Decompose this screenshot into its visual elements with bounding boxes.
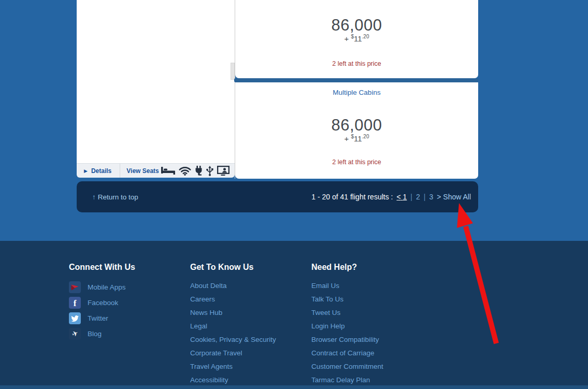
footer-link-talk-to-us[interactable]: Talk To Us [311, 293, 431, 306]
wifi-icon [179, 166, 191, 176]
divider [120, 164, 120, 178]
footer-heading: Connect With Us [69, 263, 188, 272]
footer-link-twitter[interactable]: Twitter [69, 310, 188, 326]
amenity-icons [161, 166, 230, 176]
footer-link-travel-agents[interactable]: Travel Agents [190, 360, 309, 373]
footer-column-know-us: Get To Know Us About Delta Careers News … [190, 263, 309, 387]
footer-link-tweet-us[interactable]: Tweet Us [311, 306, 431, 320]
miles-price: 86,000 [235, 117, 478, 133]
pipe-separator: | [424, 193, 426, 201]
pagination-controls: 1 - 20 of 41 flight results : < 1 | 2 | … [311, 193, 471, 201]
delta-widget-icon [69, 281, 81, 293]
multiple-cabins-link[interactable]: Multiple Cabins [235, 89, 478, 96]
usb-icon [206, 166, 213, 176]
footer-link-login-help[interactable]: Login Help [311, 320, 431, 333]
facebook-icon: f [69, 297, 81, 309]
taxes-fees: + $11.20 [235, 134, 478, 143]
footer-column-need-help: Need Help? Email Us Talk To Us Tweet Us … [311, 263, 431, 387]
pagination-bar: ↑Return to top 1 - 20 of 41 flight resul… [77, 181, 478, 212]
footer-link-browser-compatibility[interactable]: Browser Compatibility [311, 333, 431, 347]
view-seats-button[interactable]: View Seats [126, 167, 159, 175]
selected-card-top-border [234, 78, 478, 82]
fare-card-top[interactable]: 86,000 + $11.20 2 left at this price [235, 0, 478, 78]
results-summary: 1 - 20 of 41 flight results : [311, 193, 393, 201]
seatback-entertainment-icon [217, 166, 230, 176]
footer-link-blog[interactable]: ✈ Blog [69, 326, 188, 341]
footer-bottom-strip [0, 385, 588, 389]
details-button[interactable]: Details [91, 167, 111, 175]
return-to-top-link[interactable]: ↑Return to top [92, 193, 138, 201]
expander-triangle-icon: ▶ [84, 168, 88, 174]
up-arrow-icon: ↑ [92, 193, 96, 201]
blog-plane-icon: ✈ [69, 328, 81, 340]
footer-link-news-hub[interactable]: News Hub [190, 306, 309, 320]
miles-price: 86,000 [235, 17, 478, 33]
scrollbar-thumb[interactable] [231, 63, 235, 80]
fare-card-bottom[interactable]: Multiple Cabins 86,000 + $11.20 2 left a… [235, 82, 478, 179]
availability-note: 2 left at this price [235, 159, 478, 166]
footer-link-cookies-privacy[interactable]: Cookies, Privacy & Security [190, 333, 309, 347]
footer-link-facebook[interactable]: f Facebook [69, 295, 188, 310]
flight-info-panel [77, 0, 235, 163]
footer-link-about-delta[interactable]: About Delta [190, 279, 309, 293]
footer-link-corporate-travel[interactable]: Corporate Travel [190, 347, 309, 360]
footer-link-customer-commitment[interactable]: Customer Commitment [311, 360, 431, 373]
details-bar: ▶ Details View Seats [77, 163, 235, 178]
page-3-link[interactable]: 3 [429, 193, 433, 201]
footer-heading: Get To Know Us [190, 263, 309, 272]
page-2-link[interactable]: 2 [416, 193, 420, 201]
footer-link-email-us[interactable]: Email Us [311, 279, 431, 293]
pipe-separator: | [410, 193, 412, 201]
footer-heading: Need Help? [311, 263, 431, 272]
footer-link-careers[interactable]: Careers [190, 293, 309, 306]
flat-bed-seat-icon [161, 166, 175, 175]
taxes-fees: + $11.20 [235, 34, 478, 43]
footer-link-mobile-apps[interactable]: Mobile Apps [69, 279, 188, 295]
footer-link-legal[interactable]: Legal [190, 320, 309, 333]
availability-note: 2 left at this price [235, 60, 478, 67]
footer-link-contract-of-carriage[interactable]: Contract of Carriage [311, 347, 431, 360]
twitter-icon [69, 312, 81, 324]
power-outlet-icon [195, 166, 203, 176]
current-page-link[interactable]: < 1 [396, 193, 407, 201]
show-all-link[interactable]: > Show All [437, 193, 471, 201]
footer-column-connect: Connect With Us Mobile Apps f Facebook [69, 263, 188, 341]
site-footer: Connect With Us Mobile Apps f Facebook [0, 241, 588, 389]
